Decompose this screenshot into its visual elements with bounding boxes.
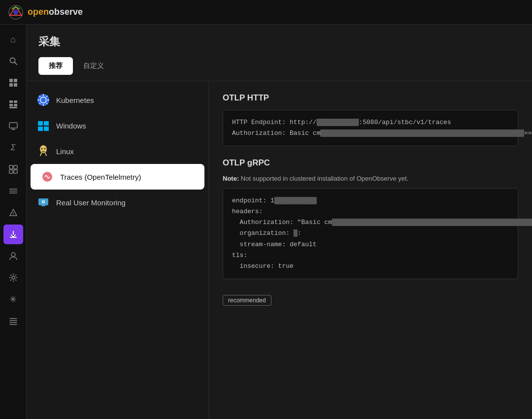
otlp-grpc-note: Note: Not supported in clustered install… xyxy=(223,175,518,182)
svg-point-47 xyxy=(44,148,46,150)
sidebar-item-dashboard[interactable] xyxy=(3,73,23,93)
nav-item-linux-label: Linux xyxy=(56,147,74,156)
sidebar-item-sum[interactable]: Σ xyxy=(3,138,23,158)
traces-icon xyxy=(40,170,54,184)
tabs: 推荐 自定义 xyxy=(38,57,520,75)
content-area: 采集 推荐 自定义 xyxy=(27,25,532,419)
sidebar-item-search[interactable] xyxy=(3,51,23,71)
svg-line-3 xyxy=(14,63,17,65)
recommended-badge-container: recommended xyxy=(223,291,518,306)
otlp-http-title: OTLP HTTP xyxy=(223,93,518,103)
svg-rect-11 xyxy=(14,104,17,106)
svg-rect-18 xyxy=(9,170,13,173)
sidebar-item-integrations[interactable]: ✳ xyxy=(3,290,23,309)
svg-rect-8 xyxy=(9,100,13,103)
main-layout: ⌂ Σ ✳ xyxy=(0,25,532,419)
svg-rect-5 xyxy=(14,79,17,82)
nav-item-windows-label: Windows xyxy=(56,122,86,130)
kubernetes-icon xyxy=(36,93,50,107)
svg-rect-7 xyxy=(14,83,17,87)
windows-icon xyxy=(36,119,50,132)
sidebar-item-monitor[interactable] xyxy=(3,116,23,136)
note-label: Note: xyxy=(223,175,239,182)
logo-text: openobserve xyxy=(28,7,83,17)
note-body: Not supported in clustered installation … xyxy=(239,175,408,182)
svg-rect-9 xyxy=(14,100,17,103)
nav-item-kubernetes[interactable]: Kubernetes xyxy=(27,87,208,113)
nav-item-kubernetes-label: Kubernetes xyxy=(56,96,94,104)
rum-icon xyxy=(36,195,50,209)
nav-item-rum-label: Real User Monitoring xyxy=(56,198,126,207)
sidebar-item-user[interactable] xyxy=(3,246,23,266)
right-content: OTLP HTTP HTTP Endpoint: http://██.██.██… xyxy=(209,81,532,419)
svg-rect-12 xyxy=(9,107,17,108)
sidebar-item-logs[interactable] xyxy=(3,311,23,331)
otlp-http-code: HTTP Endpoint: http://██.██.██.██:5080/a… xyxy=(223,110,518,146)
svg-point-51 xyxy=(43,201,44,203)
svg-point-46 xyxy=(41,148,43,150)
svg-rect-16 xyxy=(9,165,13,169)
svg-rect-41 xyxy=(38,121,43,126)
sidebar-item-apps[interactable] xyxy=(3,160,23,179)
page-title: 采集 xyxy=(38,34,520,49)
linux-icon xyxy=(36,144,50,158)
page-header: 采集 推荐 自定义 xyxy=(27,25,532,75)
sidebar-item-settings[interactable] xyxy=(3,268,23,288)
svg-rect-42 xyxy=(44,121,49,126)
sidebar-item-alerts[interactable] xyxy=(3,203,23,223)
sidebar: ⌂ Σ ✳ xyxy=(0,25,27,419)
inner-layout: Kubernetes Windows xyxy=(27,81,532,419)
otlp-grpc-title: OTLP gRPC xyxy=(223,158,518,168)
recommended-badge: recommended xyxy=(223,295,271,306)
otlp-grpc-code: endpoint: 1██.██.██.██ headers: Authoriz… xyxy=(223,188,518,279)
nav-item-rum[interactable]: Real User Monitoring xyxy=(27,190,208,215)
svg-rect-19 xyxy=(14,170,17,173)
svg-point-25 xyxy=(11,253,15,257)
otlp-grpc-section: OTLP gRPC Note: Not supported in cluster… xyxy=(223,158,518,279)
topbar: openobserve xyxy=(0,0,532,25)
svg-rect-17 xyxy=(14,165,17,169)
svg-rect-4 xyxy=(9,79,13,82)
svg-rect-52 xyxy=(41,205,45,206)
sidebar-item-grid[interactable] xyxy=(3,181,23,201)
nav-item-traces[interactable]: Traces (OpenTelelmetry) xyxy=(31,164,204,190)
otlp-http-section: OTLP HTTP HTTP Endpoint: http://██.██.██… xyxy=(223,93,518,146)
sidebar-item-home[interactable]: ⌂ xyxy=(3,30,23,49)
svg-rect-13 xyxy=(9,123,17,128)
svg-rect-6 xyxy=(9,83,13,87)
svg-point-1 xyxy=(13,10,18,15)
left-nav: Kubernetes Windows xyxy=(27,81,209,419)
svg-rect-44 xyxy=(44,127,49,131)
tab-recommended[interactable]: 推荐 xyxy=(38,57,73,75)
nav-item-windows[interactable]: Windows xyxy=(27,113,208,138)
svg-point-24 xyxy=(13,214,14,215)
sidebar-item-ingest[interactable] xyxy=(3,225,23,244)
svg-point-26 xyxy=(12,276,15,279)
nav-item-linux[interactable]: Linux xyxy=(27,138,208,164)
tab-custom[interactable]: 自定义 xyxy=(73,57,114,75)
nav-item-traces-label: Traces (OpenTelelmetry) xyxy=(60,173,141,181)
logo: openobserve xyxy=(8,4,83,20)
svg-rect-43 xyxy=(38,127,43,131)
sidebar-item-flows[interactable] xyxy=(3,95,23,114)
logo-icon xyxy=(8,4,24,20)
svg-rect-10 xyxy=(9,104,13,106)
